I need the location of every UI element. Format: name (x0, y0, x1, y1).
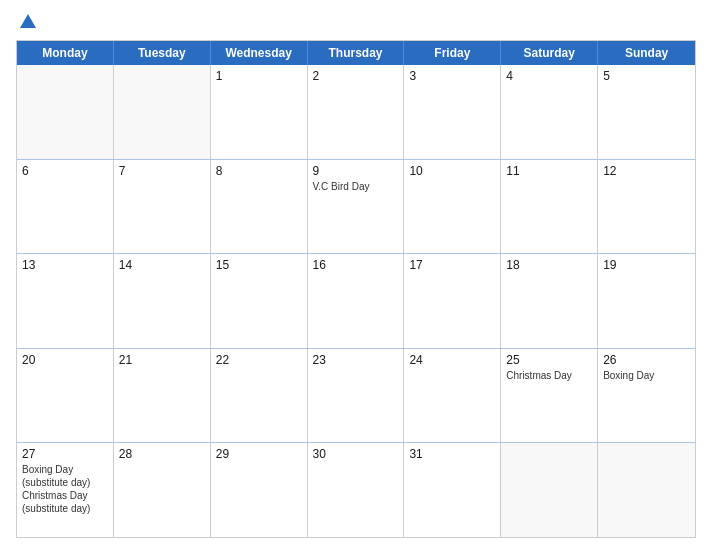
day-number: 30 (313, 447, 399, 461)
calendar-cell: 22 (211, 349, 308, 443)
page: MondayTuesdayWednesdayThursdayFridaySatu… (0, 0, 712, 550)
calendar-cell: 15 (211, 254, 308, 348)
day-number: 11 (506, 164, 592, 178)
calendar-cell: 2 (308, 65, 405, 159)
calendar-cell (114, 65, 211, 159)
calendar-cell: 14 (114, 254, 211, 348)
calendar-cell: 3 (404, 65, 501, 159)
weekday-header: Tuesday (114, 41, 211, 65)
event-label: Christmas Day (506, 369, 592, 382)
calendar-cell: 10 (404, 160, 501, 254)
calendar-cell: 26Boxing Day (598, 349, 695, 443)
header (16, 12, 696, 32)
day-number: 28 (119, 447, 205, 461)
calendar-cell: 5 (598, 65, 695, 159)
weekday-header: Thursday (308, 41, 405, 65)
weekday-header: Wednesday (211, 41, 308, 65)
day-number: 1 (216, 69, 302, 83)
calendar-cell: 29 (211, 443, 308, 537)
day-number: 26 (603, 353, 690, 367)
calendar-cell: 19 (598, 254, 695, 348)
day-number: 21 (119, 353, 205, 367)
calendar-cell: 25Christmas Day (501, 349, 598, 443)
calendar-cell: 30 (308, 443, 405, 537)
event-label: V.C Bird Day (313, 180, 399, 193)
weekday-header: Friday (404, 41, 501, 65)
calendar-cell: 21 (114, 349, 211, 443)
day-number: 10 (409, 164, 495, 178)
calendar-cell: 31 (404, 443, 501, 537)
calendar-cell (501, 443, 598, 537)
day-number: 13 (22, 258, 108, 272)
calendar-cell: 17 (404, 254, 501, 348)
calendar-week: 6789V.C Bird Day101112 (17, 160, 695, 255)
calendar-cell: 27Boxing Day (substitute day) Christmas … (17, 443, 114, 537)
calendar-body: 123456789V.C Bird Day1011121314151617181… (17, 65, 695, 537)
day-number: 12 (603, 164, 690, 178)
calendar-cell: 9V.C Bird Day (308, 160, 405, 254)
calendar-cell: 23 (308, 349, 405, 443)
calendar-cell: 1 (211, 65, 308, 159)
day-number: 15 (216, 258, 302, 272)
day-number: 17 (409, 258, 495, 272)
calendar-cell: 16 (308, 254, 405, 348)
calendar-cell: 8 (211, 160, 308, 254)
calendar-cell: 28 (114, 443, 211, 537)
day-number: 29 (216, 447, 302, 461)
day-number: 18 (506, 258, 592, 272)
svg-marker-0 (20, 14, 36, 28)
day-number: 9 (313, 164, 399, 178)
calendar-cell: 12 (598, 160, 695, 254)
day-number: 2 (313, 69, 399, 83)
calendar-cell (17, 65, 114, 159)
day-number: 7 (119, 164, 205, 178)
day-number: 4 (506, 69, 592, 83)
day-number: 31 (409, 447, 495, 461)
calendar-cell: 6 (17, 160, 114, 254)
weekday-header: Saturday (501, 41, 598, 65)
day-number: 23 (313, 353, 399, 367)
calendar-cell (598, 443, 695, 537)
calendar-cell: 13 (17, 254, 114, 348)
calendar-week: 13141516171819 (17, 254, 695, 349)
calendar-week: 202122232425Christmas Day26Boxing Day (17, 349, 695, 444)
day-number: 5 (603, 69, 690, 83)
day-number: 3 (409, 69, 495, 83)
calendar-cell: 4 (501, 65, 598, 159)
day-number: 24 (409, 353, 495, 367)
day-number: 20 (22, 353, 108, 367)
day-number: 16 (313, 258, 399, 272)
day-number: 27 (22, 447, 108, 461)
calendar-week: 12345 (17, 65, 695, 160)
weekday-header: Monday (17, 41, 114, 65)
calendar-header: MondayTuesdayWednesdayThursdayFridaySatu… (17, 41, 695, 65)
day-number: 8 (216, 164, 302, 178)
weekday-header: Sunday (598, 41, 695, 65)
day-number: 22 (216, 353, 302, 367)
calendar-cell: 24 (404, 349, 501, 443)
calendar-cell: 20 (17, 349, 114, 443)
calendar-cell: 11 (501, 160, 598, 254)
day-number: 14 (119, 258, 205, 272)
event-label: Boxing Day (603, 369, 690, 382)
calendar: MondayTuesdayWednesdayThursdayFridaySatu… (16, 40, 696, 538)
logo (16, 12, 38, 32)
calendar-cell: 7 (114, 160, 211, 254)
calendar-cell: 18 (501, 254, 598, 348)
day-number: 19 (603, 258, 690, 272)
logo-icon (18, 12, 38, 32)
day-number: 25 (506, 353, 592, 367)
event-label: Boxing Day (substitute day) Christmas Da… (22, 463, 108, 515)
calendar-week: 27Boxing Day (substitute day) Christmas … (17, 443, 695, 537)
day-number: 6 (22, 164, 108, 178)
